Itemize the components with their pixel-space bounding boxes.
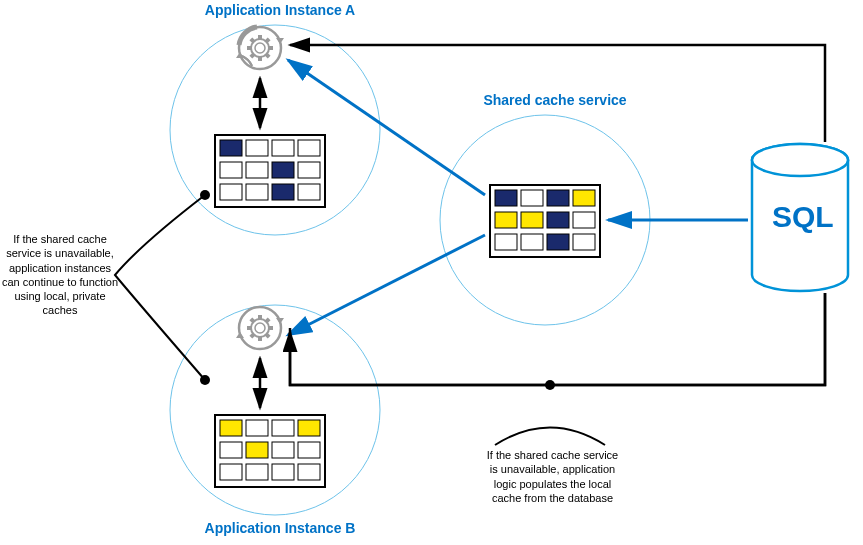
svg-rect-65 bbox=[547, 234, 569, 250]
diagram-canvas bbox=[0, 0, 863, 545]
svg-rect-33 bbox=[220, 162, 242, 178]
svg-rect-60 bbox=[521, 212, 543, 228]
svg-rect-39 bbox=[272, 184, 294, 200]
svg-marker-26 bbox=[236, 332, 244, 338]
svg-rect-55 bbox=[495, 190, 517, 206]
svg-rect-30 bbox=[246, 140, 268, 156]
svg-rect-42 bbox=[220, 420, 242, 436]
svg-rect-38 bbox=[246, 184, 268, 200]
cache-grid-b bbox=[215, 415, 325, 487]
svg-point-1 bbox=[752, 144, 848, 176]
svg-rect-51 bbox=[246, 464, 268, 480]
svg-rect-63 bbox=[495, 234, 517, 250]
svg-rect-45 bbox=[298, 420, 320, 436]
svg-rect-46 bbox=[220, 442, 242, 458]
svg-rect-57 bbox=[547, 190, 569, 206]
svg-rect-32 bbox=[298, 140, 320, 156]
svg-marker-13 bbox=[236, 52, 244, 58]
arrow-sql-to-b bbox=[290, 293, 825, 385]
bracket-left bbox=[115, 195, 205, 380]
annotation-bottom: If the shared cache service is unavailab… bbox=[485, 448, 620, 505]
svg-rect-50 bbox=[220, 464, 242, 480]
svg-rect-56 bbox=[521, 190, 543, 206]
svg-rect-64 bbox=[521, 234, 543, 250]
label-instance-b: Application Instance B bbox=[190, 520, 370, 536]
svg-rect-34 bbox=[246, 162, 268, 178]
svg-marker-14 bbox=[276, 38, 284, 44]
svg-rect-61 bbox=[547, 212, 569, 228]
svg-point-69 bbox=[200, 375, 210, 385]
label-shared-cache: Shared cache service bbox=[475, 92, 635, 108]
arc-bottom bbox=[495, 428, 605, 446]
svg-point-68 bbox=[200, 190, 210, 200]
annotation-left: If the shared cache service is unavailab… bbox=[0, 232, 120, 318]
svg-rect-43 bbox=[246, 420, 268, 436]
svg-point-3 bbox=[255, 43, 265, 53]
svg-rect-53 bbox=[298, 464, 320, 480]
svg-rect-35 bbox=[272, 162, 294, 178]
svg-rect-49 bbox=[298, 442, 320, 458]
svg-point-67 bbox=[545, 380, 555, 390]
gear-icon-a bbox=[236, 27, 284, 69]
svg-rect-36 bbox=[298, 162, 320, 178]
label-instance-a: Application Instance A bbox=[190, 2, 370, 18]
gear-icon-b bbox=[236, 307, 284, 349]
cache-grid-a bbox=[215, 135, 325, 207]
svg-marker-27 bbox=[276, 318, 284, 324]
svg-rect-66 bbox=[573, 234, 595, 250]
svg-rect-48 bbox=[272, 442, 294, 458]
label-sql: SQL bbox=[772, 200, 834, 234]
svg-rect-47 bbox=[246, 442, 268, 458]
svg-rect-58 bbox=[573, 190, 595, 206]
svg-rect-31 bbox=[272, 140, 294, 156]
svg-rect-40 bbox=[298, 184, 320, 200]
svg-rect-29 bbox=[220, 140, 242, 156]
svg-rect-52 bbox=[272, 464, 294, 480]
svg-point-16 bbox=[255, 323, 265, 333]
shared-cache-grid bbox=[490, 185, 600, 257]
svg-rect-37 bbox=[220, 184, 242, 200]
svg-rect-59 bbox=[495, 212, 517, 228]
svg-rect-62 bbox=[573, 212, 595, 228]
arrow-cache-to-b bbox=[288, 235, 485, 335]
svg-rect-44 bbox=[272, 420, 294, 436]
